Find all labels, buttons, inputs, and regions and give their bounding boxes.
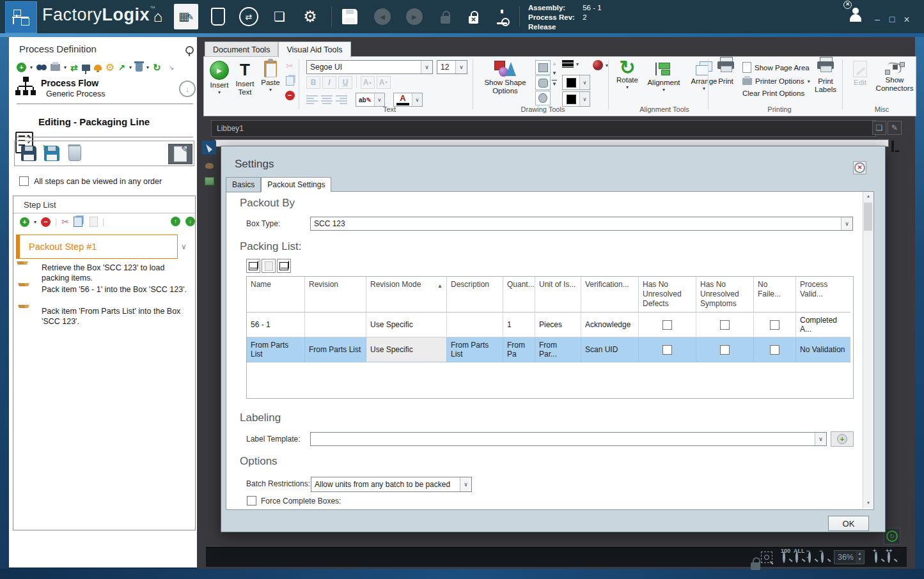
bell-icon[interactable] — [94, 65, 102, 70]
board-icon[interactable] — [82, 65, 90, 71]
zoom-in-button[interactable]: + — [875, 553, 877, 562]
col-header[interactable]: Description — [447, 277, 503, 313]
remove-step-button[interactable]: − — [41, 217, 51, 227]
maximize-button[interactable]: □ — [886, 14, 898, 24]
import-save-button[interactable]: ↑ — [43, 145, 61, 162]
defects-checkbox[interactable] — [662, 320, 672, 330]
cell-verification[interactable]: Scan UID — [581, 337, 639, 362]
process-editor-button[interactable]: ▦✎ — [174, 4, 198, 29]
pointer-tool-button[interactable] — [202, 141, 216, 155]
zoom-level-spinner[interactable]: 36% ▲▼ — [834, 550, 865, 564]
show-connectors-button[interactable]: Show Connectors — [875, 59, 914, 93]
cell-has-no-defects[interactable] — [639, 313, 696, 337]
lock-button[interactable]: ✕ — [462, 4, 486, 29]
paste-button[interactable]: Paste ▾ — [259, 59, 282, 93]
save-button[interactable] — [338, 4, 362, 29]
rotate-button[interactable]: ↻ Rotate ▾ — [613, 59, 641, 90]
dialog-close-button[interactable]: ✕ — [853, 161, 866, 174]
active-step-item[interactable]: Packout Step #1 — [16, 235, 178, 259]
find-icon[interactable] — [36, 65, 47, 71]
pin-button[interactable] — [185, 46, 194, 54]
process-search-button[interactable] — [490, 4, 514, 29]
documents-button[interactable]: ❏ — [267, 4, 292, 29]
tab-visual-aid-tools[interactable]: Visual Aid Tools — [278, 42, 350, 58]
minimize-button[interactable]: – — [871, 14, 884, 24]
remove-box-item-button[interactable] — [277, 259, 291, 273]
table-tool-button[interactable] — [202, 174, 216, 188]
zoom-out-fast-button[interactable]: −− — [808, 553, 811, 562]
doc-copy-button[interactable]: ❏ — [872, 121, 886, 135]
add-step-button[interactable]: + — [20, 217, 29, 227]
any-order-checkbox[interactable] — [19, 176, 29, 186]
document-name-input[interactable]: Libbey1 — [211, 120, 876, 137]
step-item[interactable]: Pack item 'From Parts List' into the Box… — [42, 306, 194, 327]
col-header[interactable]: Process Valid... — [796, 277, 850, 313]
table-row-selected[interactable]: From Parts List From Parts List Use Spec… — [247, 337, 853, 362]
show-shape-options-button[interactable]: Show Shape Options — [478, 59, 533, 95]
shape-ellipse-icon[interactable] — [535, 91, 551, 105]
cell-description[interactable] — [447, 313, 503, 337]
fit-screen-button[interactable] — [891, 142, 894, 151]
tab-basics[interactable]: Basics — [226, 177, 261, 192]
delete-icon[interactable] — [136, 63, 143, 72]
doc-edit-button[interactable]: ✎ — [888, 121, 902, 135]
col-header[interactable]: Name — [247, 277, 305, 313]
zoom-out-button[interactable]: − — [821, 553, 824, 562]
settings-button[interactable]: ⚙ — [298, 4, 322, 29]
no-failed-checkbox[interactable] — [770, 320, 779, 330]
shape-square-icon[interactable] — [535, 60, 551, 75]
col-header[interactable]: No Faile... — [754, 277, 796, 313]
highlight-color-button[interactable]: ab✎∨ — [356, 93, 385, 107]
table-row[interactable]: 56 - 1 Use Specific 1 Pieces Acknowledge… — [247, 313, 853, 337]
cut-icon[interactable]: ✂ — [61, 217, 69, 227]
shape-gallery[interactable] — [535, 60, 551, 105]
delete-object-button[interactable]: − — [285, 91, 295, 100]
box-type-combo[interactable]: SCC 123∨ — [310, 217, 853, 231]
show-page-area-button[interactable]: Show Page Area — [742, 62, 810, 73]
cell-has-no-defects[interactable] — [639, 337, 696, 362]
symptoms-checkbox[interactable] — [720, 345, 730, 355]
shape-effect-button[interactable]: ▾ — [593, 60, 608, 70]
cell-no-failed[interactable] — [754, 313, 796, 337]
printer-options-button[interactable]: Printer Options▾ — [742, 77, 810, 85]
cell-unit[interactable]: From Par... — [535, 337, 581, 362]
cell-verification[interactable]: Acknowledge — [581, 313, 639, 337]
scroll-down-icon[interactable]: ▼ — [863, 498, 873, 507]
export-icon[interactable]: ↗ — [118, 63, 125, 72]
col-header[interactable]: Has No Unresolved Defects — [639, 277, 696, 313]
col-header[interactable]: Has No Unresolved Symptoms — [696, 277, 754, 313]
force-complete-checkbox[interactable] — [247, 496, 256, 506]
col-header[interactable]: Unit of Is... — [535, 277, 581, 313]
cell-quantity[interactable]: 1 — [503, 313, 535, 337]
gallery-more-icon[interactable]: ▼ — [552, 80, 557, 87]
print-dropdown[interactable]: ▾ — [64, 65, 67, 70]
print-icon[interactable] — [51, 64, 60, 71]
save-process-button[interactable] — [20, 145, 38, 162]
batch-restrictions-combo[interactable]: Allow units from any batch to be packed∨ — [311, 477, 472, 492]
insert-button[interactable]: ► Insert ▾ — [208, 59, 231, 95]
move-step-down-button[interactable]: ↓ — [185, 217, 195, 226]
font-size-combo[interactable]: 12∨ — [437, 60, 467, 74]
fill-color-combo[interactable]: ∨ — [562, 75, 590, 90]
scrollbar-thumb[interactable] — [864, 203, 872, 231]
font-family-combo[interactable]: Segoe UI∨ — [306, 60, 433, 74]
symptoms-checkbox[interactable] — [720, 320, 730, 330]
clear-print-options-button[interactable]: Clear Print Options — [742, 89, 810, 97]
col-header[interactable]: Verification... — [581, 277, 639, 313]
tab-packout-settings[interactable]: Packout Settings — [261, 177, 331, 192]
close-button[interactable]: × — [900, 14, 913, 26]
cell-process-validation[interactable]: No Validation — [796, 337, 850, 362]
col-header[interactable]: Revision — [305, 277, 366, 313]
cell-name[interactable]: From Parts List — [247, 337, 305, 362]
cell-quantity[interactable]: From Pa — [503, 337, 535, 362]
scroll-up-icon[interactable]: ▲ — [863, 192, 873, 201]
copy-icon[interactable] — [74, 217, 82, 227]
step-item[interactable]: Pack item '56 - 1' into the Box 'SCC 123… — [42, 284, 194, 295]
process-gear-icon[interactable]: ⚙ — [106, 61, 114, 73]
spinner-arrows-icon[interactable]: ▲▼ — [856, 551, 864, 564]
shape-rounded-icon[interactable] — [535, 75, 551, 90]
print-button[interactable]: Print — [713, 59, 739, 86]
find-box-item-button[interactable] — [246, 259, 260, 273]
step-chevron-icon[interactable]: ∨ — [181, 242, 187, 251]
cell-description[interactable]: From Parts List — [447, 337, 503, 362]
